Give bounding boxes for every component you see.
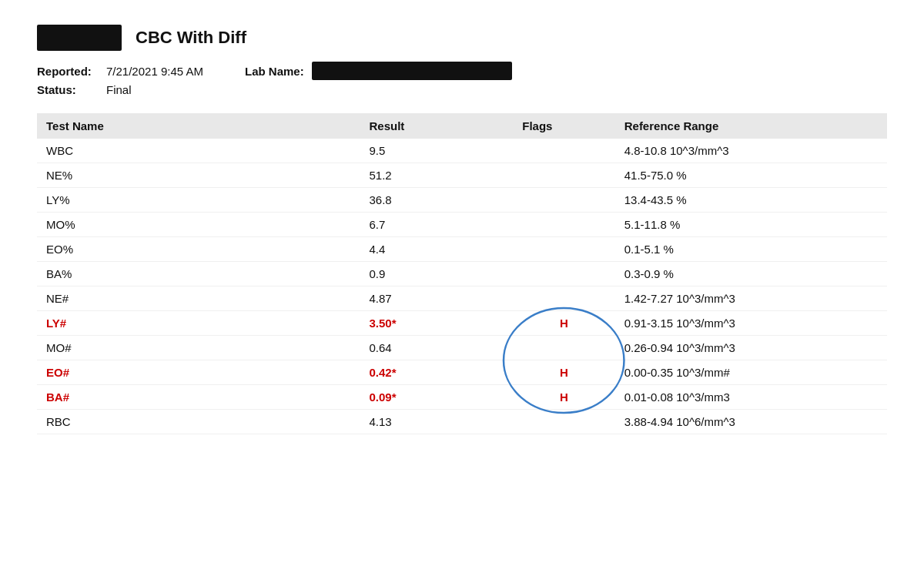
- page-title: CBC With Diff: [136, 28, 246, 48]
- cell-reference-range: 0.3-0.9 %: [615, 262, 887, 287]
- cell-test-name: RBC: [37, 410, 360, 434]
- table-row: NE#4.871.42-7.27 10^3/mm^3: [37, 287, 887, 311]
- cell-flag: [513, 237, 614, 262]
- cell-reference-range: 0.00-0.35 10^3/mm#: [615, 360, 887, 385]
- table-row: LY#3.50*H0.91-3.15 10^3/mm^3: [37, 311, 887, 336]
- cell-result: 0.64: [360, 336, 514, 360]
- page-header: CBC With Diff: [37, 25, 887, 51]
- title-redacted-block: [37, 25, 122, 51]
- cell-result: 4.87: [360, 287, 514, 311]
- cell-flag: H: [513, 385, 614, 410]
- table-row: BA#0.09*H0.01-0.08 10^3/mm3: [37, 385, 887, 410]
- cell-test-name: NE#: [37, 287, 360, 311]
- cell-flag: H: [513, 360, 614, 385]
- cell-result: 3.50*: [360, 311, 514, 336]
- cell-reference-range: 0.26-0.94 10^3/mm^3: [615, 336, 887, 360]
- cell-reference-range: 0.1-5.1 %: [615, 237, 887, 262]
- cell-flag: [513, 163, 614, 188]
- cell-result: 36.8: [360, 188, 514, 213]
- cell-reference-range: 41.5-75.0 %: [615, 163, 887, 188]
- results-table: Test Name Result Flags Reference Range W…: [37, 113, 887, 434]
- table-row: MO%6.75.1-11.8 %: [37, 213, 887, 237]
- table-row: MO#0.640.26-0.94 10^3/mm^3: [37, 336, 887, 360]
- lab-name-redacted-block: [312, 62, 512, 80]
- cell-result: 4.13: [360, 410, 514, 434]
- reported-value: 7/21/2021 9:45 AM: [106, 65, 245, 78]
- cell-flag: [513, 213, 614, 237]
- cell-test-name: BA#: [37, 385, 360, 410]
- status-label: Status:: [37, 83, 106, 96]
- meta-info: Reported: 7/21/2021 9:45 AM Lab Name: St…: [37, 62, 887, 96]
- cell-flag: [513, 410, 614, 434]
- cell-result: 51.2: [360, 163, 514, 188]
- lab-name-label: Lab Name:: [245, 65, 304, 78]
- meta-status-line: Status: Final: [37, 83, 887, 96]
- table-row: LY%36.813.4-43.5 %: [37, 188, 887, 213]
- cell-result: 4.4: [360, 237, 514, 262]
- cell-test-name: MO#: [37, 336, 360, 360]
- col-header-test-name: Test Name: [37, 113, 360, 139]
- cell-test-name: EO%: [37, 237, 360, 262]
- col-header-reference-range: Reference Range: [615, 113, 887, 139]
- table-row: WBC9.54.8-10.8 10^3/mm^3: [37, 139, 887, 163]
- cell-reference-range: 4.8-10.8 10^3/mm^3: [615, 139, 887, 163]
- col-header-result: Result: [360, 113, 514, 139]
- cell-flag: [513, 262, 614, 287]
- cell-test-name: BA%: [37, 262, 360, 287]
- cell-flag: [513, 287, 614, 311]
- cell-test-name: NE%: [37, 163, 360, 188]
- table-row: EO#0.42*H0.00-0.35 10^3/mm#: [37, 360, 887, 385]
- cell-test-name: MO%: [37, 213, 360, 237]
- cell-test-name: WBC: [37, 139, 360, 163]
- cell-result: 9.5: [360, 139, 514, 163]
- reported-label: Reported:: [37, 65, 106, 78]
- cell-flag: [513, 188, 614, 213]
- cell-test-name: LY%: [37, 188, 360, 213]
- cell-reference-range: 3.88-4.94 10^6/mm^3: [615, 410, 887, 434]
- cell-reference-range: 0.91-3.15 10^3/mm^3: [615, 311, 887, 336]
- cell-reference-range: 13.4-43.5 %: [615, 188, 887, 213]
- cell-result: 0.42*: [360, 360, 514, 385]
- cell-result: 6.7: [360, 213, 514, 237]
- cell-flag: [513, 139, 614, 163]
- cell-result: 0.9: [360, 262, 514, 287]
- cell-test-name: EO#: [37, 360, 360, 385]
- table-header-row: Test Name Result Flags Reference Range: [37, 113, 887, 139]
- cell-reference-range: 1.42-7.27 10^3/mm^3: [615, 287, 887, 311]
- table-row: EO%4.40.1-5.1 %: [37, 237, 887, 262]
- status-value: Final: [106, 83, 245, 96]
- cell-reference-range: 5.1-11.8 %: [615, 213, 887, 237]
- cell-flag: H: [513, 311, 614, 336]
- cell-test-name: LY#: [37, 311, 360, 336]
- table-row: BA%0.90.3-0.9 %: [37, 262, 887, 287]
- cell-result: 0.09*: [360, 385, 514, 410]
- meta-reported-line: Reported: 7/21/2021 9:45 AM Lab Name:: [37, 62, 887, 80]
- table-row: RBC4.133.88-4.94 10^6/mm^3: [37, 410, 887, 434]
- cell-flag: [513, 336, 614, 360]
- table-row: NE%51.241.5-75.0 %: [37, 163, 887, 188]
- cell-reference-range: 0.01-0.08 10^3/mm3: [615, 385, 887, 410]
- col-header-flags: Flags: [513, 113, 614, 139]
